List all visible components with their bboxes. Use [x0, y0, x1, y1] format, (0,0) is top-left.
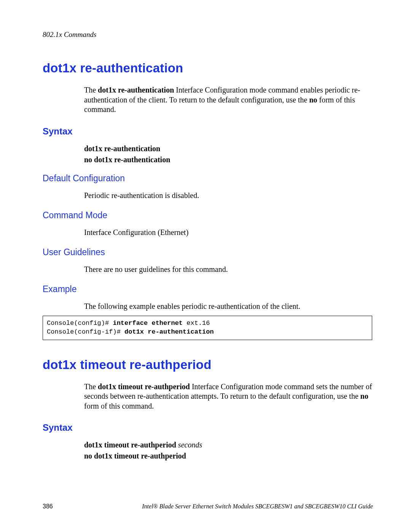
user-guidelines-body: There are no user guidelines for this co… [84, 264, 373, 274]
default-config-heading: Default Configuration [43, 173, 373, 184]
text: The [84, 382, 98, 391]
example-heading: Example [43, 284, 373, 294]
syntax-line: dot1x timeout re-authperiod seconds [84, 441, 373, 449]
text: The [84, 86, 98, 94]
bold-term: no [360, 392, 368, 400]
command-2-description: The dot1x timeout re-authperiod Interfac… [84, 382, 373, 411]
syntax-heading-2: Syntax [43, 422, 373, 433]
bold-term: no [309, 96, 317, 104]
default-config-body: Periodic re-authentication is disabled. [84, 190, 373, 200]
syntax-line: no dot1x timeout re-authperiod [84, 452, 373, 460]
code-bold: interface ethernet [113, 320, 183, 327]
syntax-block: dot1x re-authentication no dot1x re-auth… [84, 144, 373, 164]
text: form of this command. [84, 402, 154, 410]
bold-term: dot1x timeout re-authperiod [98, 382, 190, 391]
command-1-description: The dot1x re-authentication Interface Co… [84, 85, 373, 115]
command-title-2: dot1x timeout re-authperiod [43, 358, 373, 372]
syntax-line: dot1x re-authentication [84, 144, 373, 153]
code-text: ext.16 [183, 320, 210, 327]
command-title-1: dot1x re-authentication [43, 61, 373, 75]
example-body: The following example enables periodic r… [84, 301, 373, 311]
syntax-block-2: dot1x timeout re-authperiod seconds no d… [84, 441, 373, 460]
syntax-line: no dot1x re-authentication [84, 155, 373, 164]
footer-guide-title: Intel® Blade Server Ethernet Switch Modu… [142, 503, 373, 510]
syntax-heading: Syntax [43, 126, 373, 137]
running-header: 802.1x Commands [43, 30, 373, 39]
code-example: Console(config)# interface ethernet ext.… [43, 316, 372, 340]
syntax-cmd: dot1x timeout re-authperiod [84, 441, 176, 449]
bold-term: dot1x re-authentication [98, 86, 174, 94]
syntax-arg: seconds [176, 441, 202, 449]
code-bold: dot1x re-authentication [124, 328, 214, 335]
code-text: Console(config-if)# [47, 328, 124, 335]
code-text: Console(config)# [47, 320, 113, 327]
page-number: 386 [43, 503, 53, 510]
user-guidelines-heading: User Guidelines [43, 247, 373, 257]
command-mode-body: Interface Configuration (Ethernet) [84, 227, 373, 237]
page-footer: 386 Intel® Blade Server Ethernet Switch … [43, 503, 373, 510]
command-mode-heading: Command Mode [43, 210, 373, 220]
